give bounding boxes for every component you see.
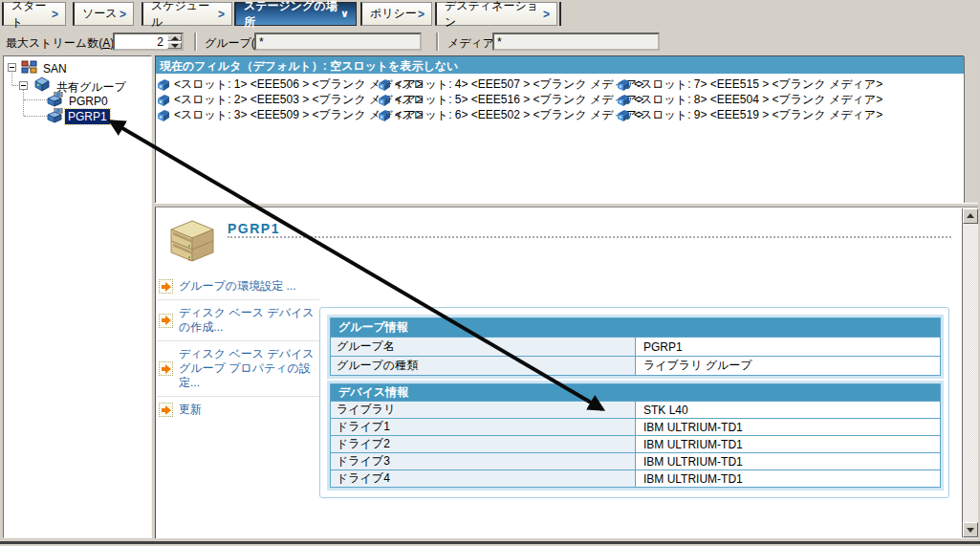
row-label: ライブラリ (331, 402, 636, 419)
tab-schedule[interactable]: スケジュール > (142, 2, 232, 26)
slot-item[interactable]: <スロット: 6> <EEE502 > <ブランク メディア> (378, 108, 643, 122)
chevron-right-icon: > (543, 8, 550, 21)
media-slot-icon (378, 78, 392, 92)
slot-text: <スロット: 9> <EEE519 > <ブランク メディア> (634, 107, 882, 123)
media-slot-icon (378, 94, 392, 107)
media-slot-icon (617, 94, 631, 107)
tree-connector (24, 116, 47, 117)
library-device-icon (165, 218, 219, 266)
san-network-icon (21, 60, 38, 75)
tab-policy[interactable]: ポリシー > (360, 2, 432, 26)
tab-source[interactable]: ソース > (73, 2, 134, 26)
tree-node-san[interactable]: SAN (40, 61, 70, 76)
library-group-icon (46, 92, 64, 107)
tree-connector (11, 73, 12, 85)
max-streams-label: 最大ストリーム数(A): (6, 35, 117, 52)
slot-text: <スロット: 6> <EEE502 > <ブランク メディア> (395, 107, 643, 123)
tab-label: ポリシー (370, 6, 417, 22)
slot-item[interactable]: <スロット: 8> <EEE504 > <ブランク メディア> (617, 93, 882, 107)
media-slot-icon (617, 78, 631, 92)
media-slot-icon (378, 109, 392, 122)
orange-arrow-icon (159, 314, 173, 328)
tab-staging-location[interactable]: ステージングの場所 ∨ (234, 2, 357, 26)
row-value: IBM ULTRIUM-TD1 (636, 419, 941, 436)
tab-label: ソース (82, 6, 118, 22)
slot-item[interactable]: <スロット: 4> <EEE507 > <ブランク メディア> (378, 77, 643, 92)
group-info-header: グループ情報 (331, 318, 941, 338)
table-row: ドライブ2 IBM ULTRIUM-TD1 (331, 436, 941, 453)
tree-connector (23, 90, 24, 116)
triangle-up-icon (171, 36, 179, 40)
row-label: グループの種類 (331, 357, 636, 376)
row-value: ライブラリ グループ (636, 357, 941, 376)
slot-item[interactable]: <スロット: 7> <EEE515 > <ブランク メディア> (617, 77, 882, 92)
tree-node-pgrp0[interactable]: PGRP0 (66, 94, 111, 109)
vertical-scrollbar[interactable] (962, 208, 978, 537)
spin-up-button[interactable] (167, 34, 182, 41)
tab-label: ステージングの場所 (244, 0, 340, 31)
link-create-disk-based-device[interactable]: ディスク ベース デバイスの作成... (157, 299, 319, 340)
orange-arrow-icon (159, 403, 173, 417)
row-label: ドライブ2 (331, 436, 636, 453)
row-value: PGRP1 (636, 338, 941, 357)
slot-text: <スロット: 7> <EEE515 > <ブランク メディア> (634, 76, 882, 93)
max-streams-spinner (167, 34, 182, 49)
chevron-right-icon: > (418, 8, 425, 21)
shared-group-icon (33, 76, 52, 93)
tree-collapse-toggle-san[interactable] (8, 63, 16, 72)
chevron-right-icon: > (52, 8, 58, 21)
filter-toolbar: 最大ストリーム数(A): 2 グループ(G): * メディア(M): * (0, 28, 980, 55)
slot-text: <スロット: 4> <EEE507 > <ブランク メディア> (395, 76, 643, 93)
slot-text: <スロット: 5> <EEE516 > <ブランク メディア> (395, 92, 643, 108)
link-group-configuration[interactable]: グループの環境設定 ... (157, 273, 319, 299)
library-group-icon (46, 108, 64, 123)
slots-panel-gutter (964, 56, 978, 203)
task-links: グループの環境設定 ... ディスク ベース デバイスの作成... ディスク ベ… (157, 273, 319, 423)
device-info-header: デバイス情報 (331, 384, 941, 402)
group-filter-input[interactable]: * (254, 33, 422, 51)
link-label: グループの環境設定 ... (179, 279, 295, 294)
toolbar-separator (436, 33, 439, 51)
tab-label: スケジュール (151, 0, 218, 31)
row-value: STK L40 (636, 402, 941, 419)
row-label: ドライブ4 (331, 470, 636, 488)
wizard-tab-bar: スタート > ソース > スケジュール > ステージングの場所 ∨ ポリシー >… (0, 0, 980, 28)
scroll-up-button[interactable] (963, 208, 978, 224)
table-row: ドライブ1 IBM ULTRIUM-TD1 (331, 419, 941, 436)
row-label: グループ名 (331, 338, 636, 357)
media-slot-icon (157, 78, 171, 92)
triangle-down-icon (171, 44, 179, 48)
tab-start[interactable]: スタート > (2, 2, 66, 26)
tab-destination[interactable]: デスティネーション > (435, 2, 557, 26)
group-info-table: グループ情報 グループ名 PGRP1 グループの種類 ライブラリ グループ (330, 317, 941, 376)
device-info-table: デバイス情報 ライブラリ STK L40 ドライブ1 IBM ULTRIUM-T… (330, 383, 941, 488)
table-row: グループの種類 ライブラリ グループ (331, 357, 941, 376)
spin-down-button[interactable] (167, 42, 182, 49)
row-value: IBM ULTRIUM-TD1 (636, 436, 941, 453)
link-disk-device-group-properties[interactable]: ディスク ベース デバイス グループ プロパティの設定... (157, 340, 319, 396)
row-value: IBM ULTRIUM-TD1 (636, 470, 941, 488)
slot-item[interactable]: <スロット: 5> <EEE516 > <ブランク メディア> (378, 93, 643, 107)
slot-item[interactable]: <スロット: 9> <EEE519 > <ブランク メディア> (617, 108, 882, 122)
chevron-down-icon: ∨ (340, 8, 349, 20)
link-refresh[interactable]: 更新 (157, 396, 319, 423)
orange-arrow-icon (159, 361, 173, 376)
chevron-right-icon: > (218, 8, 225, 21)
media-filter-input[interactable]: * (492, 33, 660, 51)
row-label: ドライブ3 (331, 453, 636, 470)
table-row: ドライブ3 IBM ULTRIUM-TD1 (331, 453, 941, 470)
triangle-up-icon (967, 213, 974, 218)
tab-label: デスティネーション (445, 0, 543, 31)
tab-label: スタート (11, 0, 52, 31)
table-row: グループ名 PGRP1 (331, 338, 941, 357)
application-window: スタート > ソース > スケジュール > ステージングの場所 ∨ ポリシー >… (0, 0, 980, 546)
scroll-down-button[interactable] (963, 522, 978, 537)
detail-title: PGRP1 (228, 221, 280, 236)
link-label: ディスク ベース デバイス グループ プロパティの設定... (179, 347, 319, 390)
tree-collapse-toggle-shared-group[interactable] (19, 81, 28, 90)
device-tree-panel (3, 55, 152, 538)
toolbar-separator (194, 33, 197, 51)
link-label: 更新 (179, 403, 202, 417)
row-label: ドライブ1 (331, 419, 636, 436)
tree-node-pgrp1[interactable]: PGRP1 (65, 109, 110, 124)
